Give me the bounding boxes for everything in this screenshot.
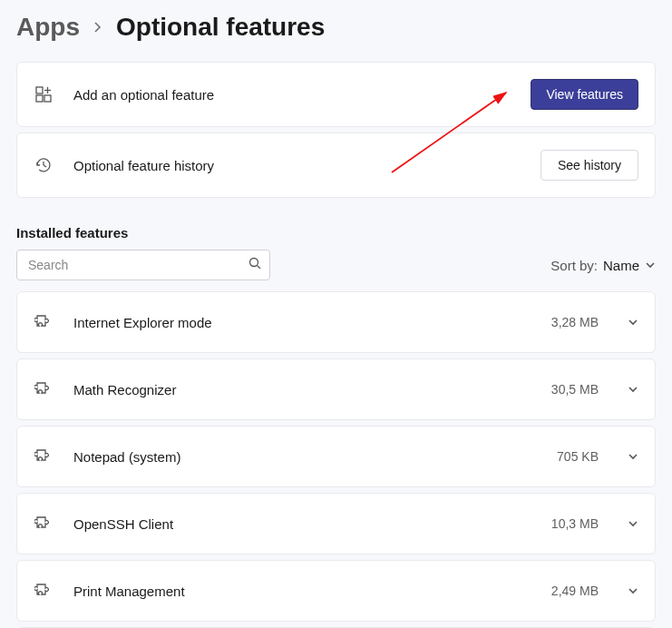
sort-by-label: Sort by: — [550, 258, 598, 273]
puzzle-icon — [34, 514, 54, 534]
feature-size: 3,28 MB — [551, 315, 599, 329]
history-label: Optional feature history — [73, 158, 521, 173]
feature-row[interactable]: Math Recognizer 30,5 MB — [16, 358, 656, 420]
chevron-down-icon — [628, 585, 638, 596]
page-title: Optional features — [116, 13, 325, 42]
breadcrumb: Apps Optional features — [0, 0, 672, 62]
view-features-button[interactable]: View features — [531, 79, 638, 110]
see-history-button[interactable]: See history — [541, 150, 638, 181]
chevron-down-icon — [628, 317, 638, 328]
sort-by-dropdown[interactable]: Sort by: Name — [550, 258, 656, 273]
add-feature-card: Add an optional feature View features — [16, 62, 656, 127]
chevron-down-icon — [628, 518, 638, 529]
puzzle-icon — [34, 581, 54, 601]
add-feature-label: Add an optional feature — [73, 87, 511, 103]
search-input[interactable] — [16, 250, 270, 280]
history-card: Optional feature history See history — [16, 132, 656, 198]
svg-rect-2 — [36, 95, 43, 102]
feature-row[interactable]: Print Management 2,49 MB — [16, 560, 656, 622]
chevron-right-icon — [93, 22, 103, 33]
feature-name: Print Management — [73, 584, 531, 599]
chevron-down-icon — [645, 260, 656, 270]
feature-size: 705 KB — [557, 449, 599, 464]
feature-name: Math Recognizer — [73, 382, 531, 397]
feature-list: Internet Explorer mode 3,28 MB Math Reco… — [0, 291, 672, 628]
puzzle-icon — [34, 446, 54, 466]
feature-row[interactable]: Notepad (system) 705 KB — [16, 426, 656, 487]
feature-name: Internet Explorer mode — [73, 315, 531, 330]
svg-line-6 — [44, 165, 46, 167]
puzzle-icon — [34, 312, 54, 332]
chevron-down-icon — [628, 384, 638, 395]
feature-size: 10,3 MB — [551, 516, 599, 531]
puzzle-icon — [34, 379, 54, 399]
search-box — [16, 250, 270, 280]
feature-size: 30,5 MB — [551, 382, 599, 397]
sort-by-value: Name — [603, 258, 639, 273]
feature-row[interactable]: Internet Explorer mode 3,28 MB — [16, 291, 656, 353]
feature-name: Notepad (system) — [73, 449, 537, 465]
svg-rect-0 — [36, 87, 43, 93]
chevron-down-icon — [628, 451, 638, 462]
svg-rect-1 — [44, 95, 51, 102]
history-icon — [34, 155, 54, 175]
feature-name: OpenSSH Client — [73, 516, 531, 532]
feature-size: 2,49 MB — [551, 584, 599, 598]
add-app-icon — [34, 84, 54, 104]
section-title-installed: Installed features — [0, 198, 672, 250]
feature-row[interactable]: OpenSSH Client 10,3 MB — [16, 493, 656, 554]
breadcrumb-apps-link[interactable]: Apps — [16, 13, 80, 42]
